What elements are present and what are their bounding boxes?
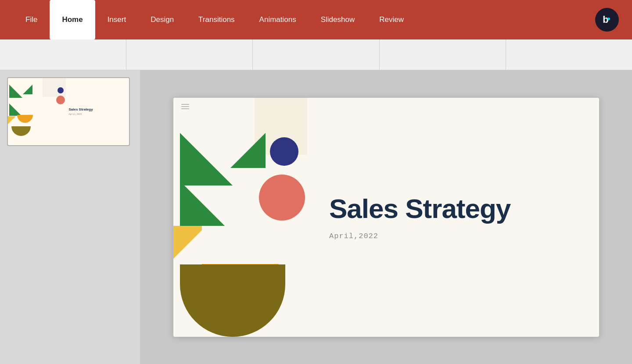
thumb-olive-semi [11,126,31,136]
menu-bar: File Home Insert Design Transitions Anim… [0,0,632,39]
thumb-orange-semi [17,115,33,123]
thumb-inner: Sales Strategy April,2022 [8,78,129,145]
logo-dot [607,18,610,20]
slide-thumbnail-1[interactable]: Sales Strategy April,2022 [7,77,130,146]
thumb-green-tri-2 [23,85,32,94]
menu-transitions[interactable]: Transitions [186,0,247,39]
slide-green-tri-2 [230,133,266,168]
toolbar-section-5 [506,39,632,70]
app-logo: b [595,8,619,32]
main-area: Sales Strategy April,2022 [0,70,632,364]
slide-right-content: Sales Strategy April,2022 [307,98,599,337]
slide-menu-icon [181,104,189,109]
slide-olive-semi [180,264,285,337]
thumb-beige-rect [43,78,66,97]
slide-yellow-tri [173,226,206,259]
toolbar-section-2 [126,39,253,70]
menu-animations[interactable]: Animations [247,0,309,39]
menu-design[interactable]: Design [138,0,186,39]
slide-green-tri-1 [180,133,233,186]
thumb-green-tri-1 [9,85,22,98]
toolbar-section-3 [253,39,379,70]
slide-title: Sales Strategy [329,194,577,224]
slide-left-shapes [173,98,307,337]
thumb-title: Sales Strategy [68,107,126,112]
menu-file[interactable]: File [13,0,50,39]
slide-green-tri-3 [180,181,228,229]
thumb-green-tri-3 [9,103,22,116]
slides-panel: Sales Strategy April,2022 [0,70,140,364]
menu-review[interactable]: Review [367,0,416,39]
thumb-date: April,2022 [68,113,126,116]
slide-navy-circle [270,137,298,166]
thumb-shapes [8,78,66,145]
thumb-yellow-tri [8,116,16,124]
toolbar-section-1 [0,39,126,70]
slide-coral-circle [259,175,305,221]
hamburger-line-2 [181,106,189,107]
slide-date: April,2022 [329,232,577,240]
hamburger-line-1 [181,104,189,105]
menu-home[interactable]: Home [50,0,95,39]
slide-editor: Sales Strategy April,2022 [140,70,632,364]
slide-canvas: Sales Strategy April,2022 [173,98,599,337]
toolbar-section-4 [380,39,506,70]
menu-slideshow[interactable]: Slideshow [309,0,367,39]
menu-insert[interactable]: Insert [95,0,139,39]
slide-orange-semi-top [202,226,279,264]
toolbar-strip [0,39,632,70]
hamburger-line-3 [181,108,189,109]
thumb-coral-circle [56,96,65,104]
thumb-text: Sales Strategy April,2022 [66,78,129,145]
